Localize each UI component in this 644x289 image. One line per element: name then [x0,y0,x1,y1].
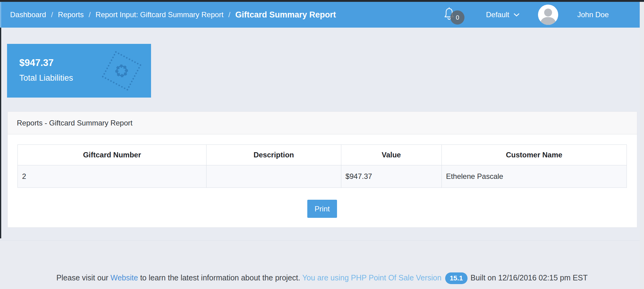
giftcard-summary-table: Giftcard Number Description Value Custom… [17,144,627,188]
chevron-down-icon [513,13,520,17]
notifications-button[interactable]: 0 [442,4,466,26]
breadcrumb-current-page: Giftcard Summary Report [235,10,336,20]
table-row: 2 $947.37 Ethelene Pascale [18,165,627,188]
cell-value: $947.37 [341,165,441,188]
notification-count-badge: 0 [450,10,464,25]
report-panel-title: Reports - Giftcard Summary Report [17,119,132,127]
footer-text-before-link: Please visit our [56,273,108,282]
header-right-cluster: 0 Default John Doe [442,4,609,26]
report-panel: Reports - Giftcard Summary Report Giftca… [7,111,637,228]
avatar[interactable] [538,5,558,25]
top-nav-bar: Dashboard / Reports / Report Input: Gift… [0,2,644,28]
cell-description [206,165,341,188]
column-header-description: Description [206,145,341,165]
store-selector-dropdown[interactable]: Default [486,10,520,19]
breadcrumb-separator: / [51,10,53,19]
breadcrumb-separator: / [228,10,230,19]
website-link[interactable]: Website [108,273,140,282]
breadcrumb-report-input[interactable]: Report Input: Giftcard Summary Report [96,10,224,19]
column-header-value: Value [341,145,441,165]
cell-giftcard-number: 2 [18,165,206,188]
header-accent-strip [0,2,1,28]
column-header-giftcard-number: Giftcard Number [18,145,206,165]
table-header-row: Giftcard Number Description Value Custom… [18,145,627,165]
footer-built-text: Built on 12/16/2016 02:15 pm EST [471,273,588,282]
breadcrumb-reports[interactable]: Reports [58,10,84,19]
giftcard-icon [102,51,142,91]
user-name[interactable]: John Doe [577,10,609,19]
page-content: $947.37 Total Liabilities Reports - Gift… [0,28,644,228]
report-panel-header: Reports - Giftcard Summary Report [8,112,637,134]
print-button[interactable]: Print [307,200,337,218]
breadcrumb-dashboard[interactable]: Dashboard [10,10,46,19]
version-link[interactable]: You are using PHP Point Of Sale Version [302,273,441,282]
print-button-row: Print [17,200,627,218]
cell-customer-name: Ethelene Pascale [441,165,627,188]
breadcrumb: Dashboard / Reports / Report Input: Gift… [10,10,442,20]
version-badge: 15.1 [445,272,468,284]
footer: Please visit our Website to learn the la… [0,240,644,289]
footer-text-after-link: to learn the latest information about th… [140,273,302,282]
window-top-edge [0,0,644,2]
store-selector-value: Default [486,10,509,19]
collapsed-sidebar-edge [0,28,1,238]
column-header-customer-name: Customer Name [441,145,627,165]
total-liabilities-card: $947.37 Total Liabilities [7,44,151,98]
scrollbar-gutter[interactable] [640,2,644,289]
report-panel-body: Giftcard Number Description Value Custom… [8,134,637,227]
breadcrumb-separator: / [89,10,91,19]
